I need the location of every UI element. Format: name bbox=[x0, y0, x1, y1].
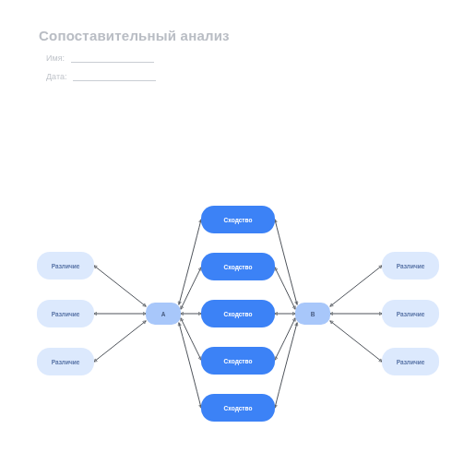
difference-node-b-2[interactable]: Различие bbox=[382, 300, 439, 327]
page-title: Сопоставительный анализ bbox=[39, 28, 230, 43]
similarity-node-1[interactable]: Сходство bbox=[201, 206, 275, 233]
hub-node-b[interactable]: B bbox=[295, 303, 330, 325]
node-label: Сходство bbox=[224, 405, 253, 411]
diagram-canvas: Сопоставительный анализ Имя: Дата: bbox=[0, 0, 476, 476]
similarity-node-2[interactable]: Сходство bbox=[201, 253, 275, 280]
similarity-node-5[interactable]: Сходство bbox=[201, 394, 275, 422]
node-label: A bbox=[161, 311, 166, 317]
difference-node-b-3[interactable]: Различие bbox=[382, 348, 439, 375]
name-underline[interactable] bbox=[71, 54, 154, 63]
similarity-node-3[interactable]: Сходство bbox=[201, 300, 275, 327]
date-field-row: Дата: bbox=[46, 72, 156, 81]
node-label: Различие bbox=[52, 263, 80, 269]
difference-node-b-1[interactable]: Различие bbox=[382, 252, 439, 280]
date-label: Дата: bbox=[46, 72, 66, 81]
difference-node-a-3[interactable]: Различие bbox=[37, 348, 94, 375]
node-label: Различие bbox=[397, 359, 425, 365]
difference-node-a-1[interactable]: Различие bbox=[37, 252, 94, 280]
similarity-node-4[interactable]: Сходство bbox=[201, 347, 275, 375]
date-underline[interactable] bbox=[73, 73, 156, 81]
node-label: Сходство bbox=[224, 264, 253, 270]
node-label: Сходство bbox=[224, 217, 253, 223]
node-label: Сходство bbox=[224, 358, 253, 364]
node-label: Сходство bbox=[224, 311, 253, 317]
node-label: Различие bbox=[52, 359, 80, 365]
name-label: Имя: bbox=[46, 54, 65, 63]
difference-node-a-2[interactable]: Различие bbox=[37, 300, 94, 327]
node-label: Различие bbox=[52, 311, 80, 317]
name-field-row: Имя: bbox=[46, 54, 154, 63]
node-label: B bbox=[311, 311, 315, 317]
node-label: Различие bbox=[397, 311, 425, 317]
hub-node-a[interactable]: A bbox=[146, 303, 181, 325]
node-label: Различие bbox=[397, 263, 425, 269]
